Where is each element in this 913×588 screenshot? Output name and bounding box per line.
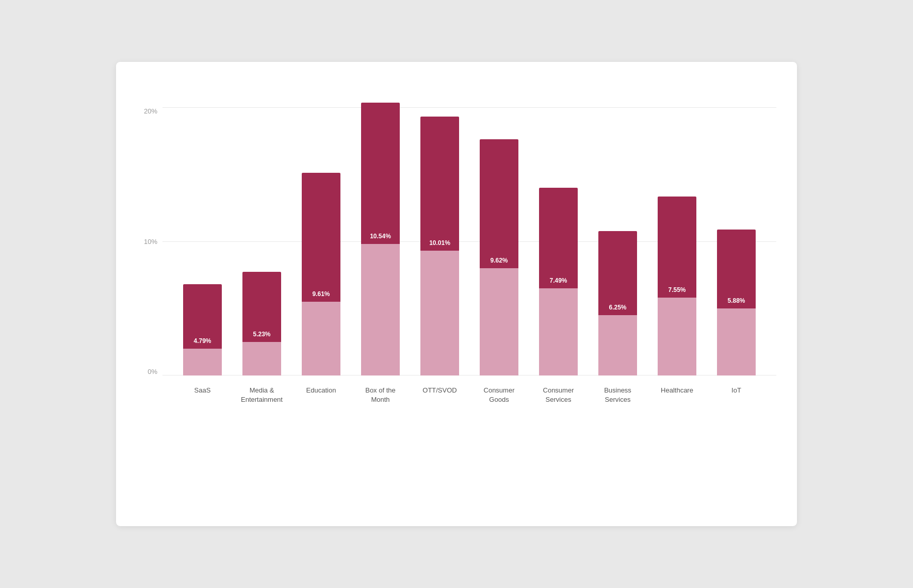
- x-label-4: OTT/SVOD: [415, 386, 464, 395]
- bar-group-business-services: 6.25%: [597, 231, 639, 375]
- x-label-6: ConsumerServices: [534, 386, 583, 404]
- y-label-0: 0%: [148, 368, 157, 375]
- bar-value-label-9: 5.88%: [727, 297, 745, 304]
- bar-value-label-7: 6.25%: [609, 304, 626, 311]
- bar-value-label-1: 5.23%: [253, 331, 270, 338]
- bar-top-7: 6.25%: [598, 231, 637, 315]
- x-label-1: Media &Entertainment: [237, 386, 286, 404]
- bar-bottom-2: [302, 302, 340, 375]
- x-label-2: Education: [297, 386, 346, 395]
- x-label-7: BusinessServices: [593, 386, 642, 404]
- bar-value-label-8: 7.55%: [668, 286, 686, 293]
- bar-top-8: 7.55%: [658, 197, 696, 298]
- bar-top-4: 10.01%: [420, 117, 459, 251]
- bar-group-iot: 5.88%: [716, 230, 757, 375]
- x-label-8: Healthcare: [653, 386, 702, 395]
- bar-top-5: 9.62%: [480, 139, 518, 268]
- bar-group-consumer-services: 7.49%: [538, 188, 579, 375]
- bar-group-media-&-entertainment: 5.23%: [241, 272, 283, 375]
- bar-value-label-4: 10.01%: [429, 239, 450, 247]
- bar-group-saas: 4.79%: [182, 284, 223, 375]
- bar-value-label-3: 10.54%: [370, 233, 391, 240]
- bar-top-9: 5.88%: [717, 230, 756, 308]
- bar-value-label-2: 9.61%: [312, 290, 330, 298]
- grid-and-bars: 4.79%5.23%9.61%10.54%10.01%9.62%7.49%6.2…: [162, 107, 776, 375]
- bar-top-6: 7.49%: [539, 188, 578, 288]
- chart-area: 20% 10% 0% 4.79%5.23%9.61%10.54%10.01%9.…: [137, 107, 776, 427]
- bar-value-label-5: 9.62%: [490, 257, 508, 264]
- bar-top-2: 9.61%: [302, 173, 340, 302]
- bar-bottom-1: [242, 342, 281, 375]
- bar-bottom-9: [717, 308, 756, 375]
- bar-group-ott/svod: 10.01%: [419, 117, 461, 375]
- bar-bottom-3: [361, 244, 400, 375]
- bar-top-0: 4.79%: [183, 284, 222, 349]
- y-label-20: 20%: [144, 107, 157, 115]
- x-label-3: Box of theMonth: [356, 386, 405, 404]
- x-label-0: SaaS: [178, 386, 227, 395]
- bar-value-label-6: 7.49%: [549, 277, 567, 284]
- chart-card: 20% 10% 0% 4.79%5.23%9.61%10.54%10.01%9.…: [116, 62, 797, 526]
- bar-group-healthcare: 7.55%: [657, 197, 698, 375]
- x-labels: SaaSMedia &EntertainmentEducationBox of …: [162, 381, 776, 427]
- bar-bottom-6: [539, 288, 578, 375]
- bar-bottom-5: [480, 268, 518, 375]
- bar-bottom-0: [183, 349, 222, 375]
- bar-group-consumer-goods: 9.62%: [479, 139, 520, 375]
- bars-container: 4.79%5.23%9.61%10.54%10.01%9.62%7.49%6.2…: [162, 107, 776, 375]
- bar-group-education: 9.61%: [301, 173, 342, 375]
- bar-top-1: 5.23%: [242, 272, 281, 342]
- bar-bottom-7: [598, 315, 637, 375]
- bar-bottom-4: [420, 251, 459, 375]
- x-label-5: ConsumerGoods: [475, 386, 524, 404]
- x-label-9: IoT: [712, 386, 761, 395]
- y-axis: 20% 10% 0%: [137, 107, 162, 375]
- bar-value-label-0: 4.79%: [193, 337, 211, 345]
- bar-top-3: 10.54%: [361, 103, 400, 244]
- y-label-10: 10%: [144, 238, 157, 246]
- bar-bottom-8: [658, 298, 696, 375]
- bar-group-box-of-the-month: 10.54%: [360, 103, 401, 375]
